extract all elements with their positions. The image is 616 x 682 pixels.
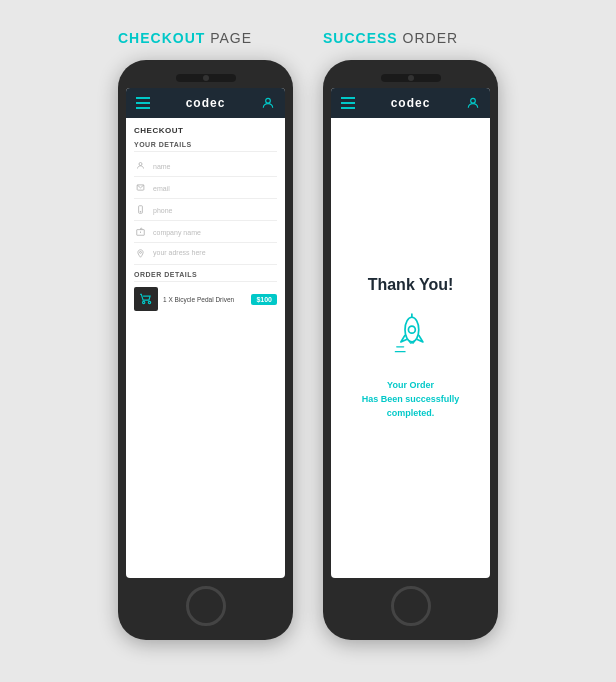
- checkout-content: CHECKOUT YOUR DETAILS name: [126, 118, 285, 578]
- phone-top-bar: [176, 74, 236, 82]
- checkout-highlight: CHECKOUT: [118, 30, 205, 46]
- success-message: Your Order Has Been successfully complet…: [362, 378, 460, 421]
- svg-point-11: [405, 317, 419, 342]
- checkout-screen: codec CHECKOUT YOUR DETAILS n: [126, 88, 285, 578]
- your-details-title: YOUR DETAILS: [134, 141, 277, 152]
- svg-point-7: [140, 251, 142, 253]
- checkout-phone: codec CHECKOUT YOUR DETAILS n: [118, 60, 293, 640]
- phone-icon: [136, 205, 148, 216]
- success-title-normal: ORDER: [403, 30, 459, 46]
- order-details-title: ORDER DETAILS: [134, 271, 277, 282]
- thank-you-heading: Thank You!: [368, 275, 454, 294]
- address-icon: [136, 249, 148, 260]
- app-brand: codec: [186, 96, 226, 110]
- success-panel: SUCCESS ORDER codec Thank You!: [323, 30, 498, 640]
- svg-point-12: [408, 326, 415, 333]
- hamburger-menu-icon[interactable]: [136, 97, 150, 109]
- svg-point-4: [140, 211, 141, 212]
- success-highlight: SUCCESS: [323, 30, 398, 46]
- home-button[interactable]: [186, 586, 226, 626]
- home-button-2[interactable]: [391, 586, 431, 626]
- company-placeholder: company name: [153, 229, 275, 236]
- app-navbar: codec: [126, 88, 285, 118]
- user-icon-2: [466, 96, 480, 110]
- success-screen: codec Thank You!: [331, 88, 490, 578]
- svg-point-0: [266, 98, 271, 103]
- svg-point-10: [471, 98, 476, 103]
- app-brand-2: codec: [391, 96, 431, 110]
- checkout-panel: CHECKOUT PAGE codec CHECKOUT YOUR DETAIL…: [118, 30, 293, 640]
- svg-point-8: [143, 301, 145, 303]
- email-icon: [136, 183, 148, 194]
- order-item-thumbnail: [134, 287, 158, 311]
- checkout-title-normal: PAGE: [210, 30, 252, 46]
- rocket-icon: [383, 309, 438, 364]
- phone-field-row[interactable]: phone: [134, 201, 277, 221]
- name-icon: [136, 161, 148, 172]
- phone-placeholder: phone: [153, 207, 275, 214]
- user-icon: [261, 96, 275, 110]
- order-item-name: 1 X Bicycle Pedal Driven: [163, 296, 246, 303]
- address-placeholder: your adress here: [153, 249, 275, 256]
- order-price-badge: $100: [251, 294, 277, 305]
- address-field-row[interactable]: your adress here: [134, 245, 277, 265]
- app-navbar-2: codec: [331, 88, 490, 118]
- order-details-section: ORDER DETAILS 1 X Bicycle Pedal Driven $…: [134, 271, 277, 311]
- order-item-row: 1 X Bicycle Pedal Driven $100: [134, 287, 277, 311]
- success-panel-title: SUCCESS ORDER: [323, 30, 458, 46]
- success-line2: Has Been successfully: [362, 394, 460, 404]
- email-field-row[interactable]: email: [134, 179, 277, 199]
- success-content: Thank You!: [331, 118, 490, 578]
- name-placeholder: name: [153, 163, 275, 170]
- checkout-section-title: CHECKOUT: [134, 126, 277, 135]
- company-icon: [136, 227, 148, 238]
- hamburger-menu-icon-2[interactable]: [341, 97, 355, 109]
- svg-point-9: [148, 301, 150, 303]
- email-placeholder: email: [153, 185, 275, 192]
- svg-point-1: [139, 163, 142, 166]
- success-line3: completed.: [387, 408, 435, 418]
- company-field-row[interactable]: company name: [134, 223, 277, 243]
- name-field-row[interactable]: name: [134, 157, 277, 177]
- success-line1: Your Order: [387, 380, 434, 390]
- phone-top-bar-2: [381, 74, 441, 82]
- checkout-panel-title: CHECKOUT PAGE: [118, 30, 252, 46]
- success-phone: codec Thank You!: [323, 60, 498, 640]
